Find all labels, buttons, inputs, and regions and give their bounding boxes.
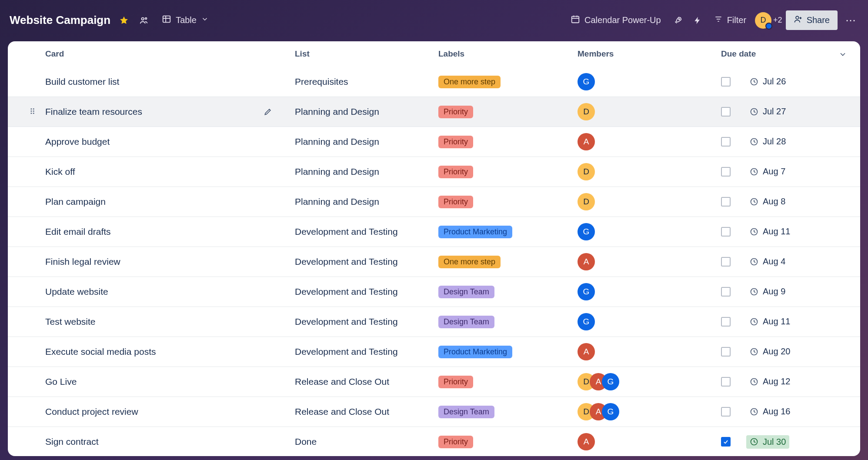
table-row[interactable]: ⠿Sign contractDonePriorityAJul 30	[8, 427, 860, 457]
card-cell[interactable]: ⠿Approve budget	[8, 127, 295, 157]
card-cell[interactable]: ⠿Conduct project review	[8, 397, 295, 427]
due-cell[interactable]: Jul 28	[721, 127, 860, 157]
labels-cell[interactable]: Design Team	[438, 277, 578, 307]
labels-cell[interactable]: One more step	[438, 247, 578, 277]
table-row[interactable]: ⠿Test websiteDevelopment and TestingDesi…	[8, 307, 860, 337]
due-checkbox[interactable]	[721, 437, 731, 447]
avatar[interactable]: A	[578, 133, 595, 150]
card-cell[interactable]: ⠿Execute social media posts	[8, 337, 295, 367]
card-cell[interactable]: ⠿Finalize team resources	[8, 97, 295, 127]
due-cell[interactable]: Aug 9	[721, 277, 860, 307]
more-menu-icon[interactable]: ⋯	[841, 14, 860, 27]
avatar[interactable]: G	[578, 73, 595, 90]
members-cell[interactable]: D	[578, 187, 721, 217]
list-cell[interactable]: Planning and Design	[295, 187, 438, 217]
due-date-badge[interactable]: Aug 12	[746, 375, 794, 388]
due-checkbox[interactable]	[721, 317, 731, 327]
card-cell[interactable]: ⠿Finish legal review	[8, 247, 295, 277]
table-row[interactable]: ⠿Finalize team resourcesPlanning and Des…	[8, 97, 860, 127]
avatar[interactable]: G	[602, 373, 619, 390]
edit-icon[interactable]	[264, 107, 272, 116]
due-checkbox[interactable]	[721, 377, 731, 387]
due-cell[interactable]: Aug 12	[721, 367, 860, 397]
labels-cell[interactable]: Priority	[438, 127, 578, 157]
due-checkbox[interactable]	[721, 407, 731, 417]
due-date-badge[interactable]: Aug 7	[746, 165, 789, 178]
due-checkbox[interactable]	[721, 197, 731, 207]
avatar[interactable]: G	[602, 403, 619, 420]
avatar[interactable]: G	[578, 313, 595, 330]
list-cell[interactable]: Planning and Design	[295, 97, 438, 127]
due-checkbox[interactable]	[721, 77, 731, 87]
list-cell[interactable]: Development and Testing	[295, 217, 438, 247]
automation-icon[interactable]	[690, 13, 705, 28]
members-cell[interactable]: A	[578, 247, 721, 277]
due-checkbox[interactable]	[721, 107, 731, 117]
members-cell[interactable]: A	[578, 127, 721, 157]
label-chip[interactable]: One more step	[438, 76, 501, 88]
list-cell[interactable]: Planning and Design	[295, 157, 438, 187]
member-overflow-count[interactable]: +2	[773, 16, 782, 25]
due-cell[interactable]: Aug 20	[721, 337, 860, 367]
list-cell[interactable]: Done	[295, 427, 438, 457]
label-chip[interactable]: Priority	[438, 136, 473, 148]
labels-cell[interactable]: Product Marketing	[438, 217, 578, 247]
labels-cell[interactable]: Priority	[438, 157, 578, 187]
visibility-icon[interactable]	[136, 12, 152, 29]
list-cell[interactable]: Development and Testing	[295, 277, 438, 307]
card-cell[interactable]: ⠿Edit email drafts	[8, 217, 295, 247]
card-cell[interactable]: ⠿Go Live	[8, 367, 295, 397]
labels-cell[interactable]: Priority	[438, 97, 578, 127]
card-cell[interactable]: ⠿Build customer list	[8, 67, 295, 97]
column-header-card[interactable]: Card	[8, 41, 295, 67]
filter-button[interactable]: Filter	[709, 11, 751, 29]
due-date-badge[interactable]: Aug 20	[746, 345, 794, 358]
due-date-badge[interactable]: Aug 11	[746, 315, 794, 328]
board-members[interactable]: D +2	[755, 12, 782, 29]
label-chip[interactable]: Priority	[438, 376, 473, 388]
list-cell[interactable]: Planning and Design	[295, 127, 438, 157]
due-date-badge[interactable]: Aug 11	[746, 225, 794, 238]
table-row[interactable]: ⠿Approve budgetPlanning and DesignPriori…	[8, 127, 860, 157]
due-date-badge[interactable]: Jul 26	[746, 75, 789, 88]
rocket-icon[interactable]	[670, 12, 686, 29]
due-date-badge[interactable]: Jul 27	[746, 105, 789, 118]
due-checkbox[interactable]	[721, 167, 731, 177]
avatar[interactable]: G	[578, 223, 595, 240]
card-cell[interactable]: ⠿Test website	[8, 307, 295, 337]
due-cell[interactable]: Jul 26	[721, 67, 860, 97]
label-chip[interactable]: Priority	[438, 106, 473, 118]
table-row[interactable]: ⠿Build customer listPrerequisitesOne mor…	[8, 67, 860, 97]
members-cell[interactable]: G	[578, 277, 721, 307]
labels-cell[interactable]: Design Team	[438, 397, 578, 427]
avatar[interactable]: D	[578, 103, 595, 120]
due-date-badge[interactable]: Aug 4	[746, 255, 789, 268]
avatar[interactable]: A	[578, 253, 595, 270]
due-cell[interactable]: Jul 27	[721, 97, 860, 127]
calendar-powerup-button[interactable]: Calendar Power-Up	[565, 11, 666, 30]
column-header-labels[interactable]: Labels	[438, 41, 578, 67]
list-cell[interactable]: Development and Testing	[295, 337, 438, 367]
table-row[interactable]: ⠿Edit email draftsDevelopment and Testin…	[8, 217, 860, 247]
column-header-due[interactable]: Due date	[721, 41, 860, 67]
avatar[interactable]: D	[578, 193, 595, 210]
members-cell[interactable]: A	[578, 427, 721, 457]
members-cell[interactable]: G	[578, 307, 721, 337]
label-chip[interactable]: Design Team	[438, 286, 494, 298]
members-cell[interactable]: G	[578, 67, 721, 97]
avatar[interactable]: G	[578, 283, 595, 300]
due-cell[interactable]: Aug 16	[721, 397, 860, 427]
labels-cell[interactable]: Priority	[438, 367, 578, 397]
table-row[interactable]: ⠿Update websiteDevelopment and TestingDe…	[8, 277, 860, 307]
due-checkbox[interactable]	[721, 257, 731, 267]
label-chip[interactable]: Product Marketing	[438, 346, 512, 358]
due-date-badge[interactable]: Aug 8	[746, 195, 789, 208]
due-checkbox[interactable]	[721, 227, 731, 237]
due-cell[interactable]: Jul 30	[721, 427, 860, 457]
members-cell[interactable]: A	[578, 337, 721, 367]
avatar[interactable]: D	[578, 163, 595, 180]
due-cell[interactable]: Aug 8	[721, 187, 860, 217]
label-chip[interactable]: Product Marketing	[438, 226, 512, 238]
members-cell[interactable]: D	[578, 157, 721, 187]
list-cell[interactable]: Release and Close Out	[295, 367, 438, 397]
